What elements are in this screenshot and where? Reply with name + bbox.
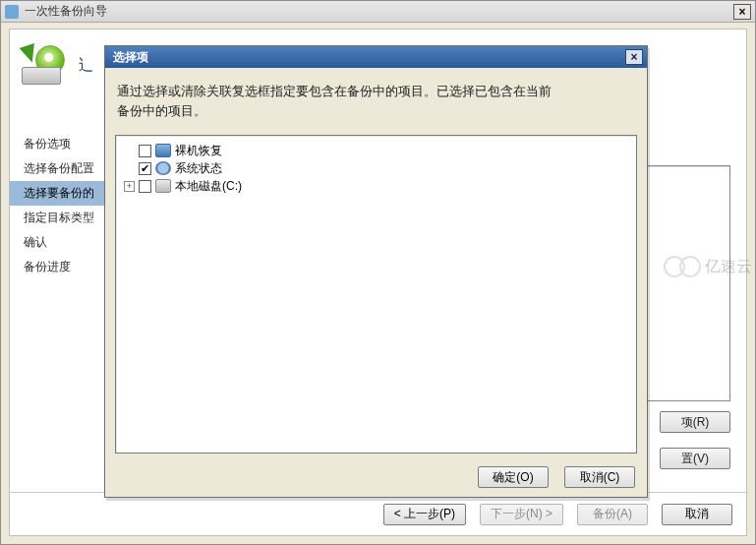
wizard-set-button[interactable]: 置(V) — [660, 448, 730, 469]
dialog-cancel-button[interactable]: 取消(C) — [564, 466, 635, 488]
wizard-step-items[interactable]: 选择要备份的 — [10, 181, 116, 206]
monitor-icon — [155, 144, 171, 157]
dialog-footer: 确定(O) 取消(C) — [105, 457, 647, 497]
drive-icon — [155, 179, 171, 193]
tree-label: 系统状态 — [175, 160, 222, 177]
wizard-step-list: 备份选项 选择备份配置 选择要备份的 指定目标类型 确认 备份进度 — [10, 124, 116, 486]
tree-expander — [124, 163, 135, 174]
wizard-prev-button[interactable]: < 上一步(P) — [383, 504, 466, 525]
wizard-next-button: 下一步(N) > — [480, 504, 563, 525]
select-items-dialog: 选择项 × 通过选择或清除关联复选框指定要包含在备份中的项目。已选择已包含在当前… — [104, 45, 648, 498]
tree-node-system-state[interactable]: ✔ 系统状态 — [120, 159, 632, 177]
dialog-ok-button[interactable]: 确定(O) — [478, 466, 549, 488]
tree-node-bare-recovery[interactable]: 裸机恢复 — [120, 142, 632, 159]
checkbox-local-disk-c[interactable] — [139, 180, 151, 193]
wizard-cancel-button[interactable]: 取消 — [662, 504, 732, 525]
wizard-item-button[interactable]: 项(R) — [660, 411, 730, 433]
wizard-step-config[interactable]: 选择备份配置 — [10, 156, 116, 181]
wizard-step-opt[interactable]: 备份选项 — [10, 132, 116, 156]
dialog-instruction: 通过选择或清除关联复选框指定要包含在备份中的项目。已选择已包含在当前 备份中的项… — [115, 76, 637, 122]
wizard-step-confirm[interactable]: 确认 — [10, 230, 116, 255]
watermark-text: 亿速云 — [705, 257, 752, 277]
dialog-title: 选择项 — [109, 49, 625, 66]
tree-label: 裸机恢复 — [175, 143, 222, 159]
watermark: 亿速云 — [664, 256, 752, 277]
dialog-close-button[interactable]: × — [625, 49, 643, 65]
wizard-step-target[interactable]: 指定目标类型 — [10, 206, 116, 230]
wizard-close-button[interactable]: × — [733, 4, 751, 20]
dialog-instruction-line1: 通过选择或清除关联复选框指定要包含在备份中的项目。已选择已包含在当前 — [117, 84, 552, 98]
dialog-body: 通过选择或清除关联复选框指定要包含在备份中的项目。已选择已包含在当前 备份中的项… — [115, 76, 637, 454]
wizard-step-progress[interactable]: 备份进度 — [10, 255, 116, 279]
wizard-heading: 辶 — [79, 56, 93, 75]
tree-label: 本地磁盘(C:) — [175, 178, 242, 195]
wizard-title-icon — [5, 5, 19, 19]
tree-expander-plus[interactable]: + — [124, 181, 135, 192]
dialog-instruction-line2: 备份中的项目。 — [117, 103, 206, 118]
checkbox-bare-recovery[interactable] — [139, 145, 151, 157]
wizard-footer: < 上一步(P) 下一步(N) > 备份(A) 取消 — [10, 492, 746, 535]
wizard-title: 一次性备份向导 — [25, 3, 733, 20]
wizard-titlebar: 一次性备份向导 × — [1, 1, 755, 23]
gear-icon — [155, 161, 171, 175]
wizard-backup-icon — [22, 45, 67, 85]
tree-expander — [124, 146, 135, 156]
tree-node-local-disk-c[interactable]: + 本地磁盘(C:) — [120, 177, 632, 195]
items-tree[interactable]: 裸机恢复 ✔ 系统状态 + 本地磁盘(C:) — [115, 135, 637, 454]
checkbox-system-state[interactable]: ✔ — [139, 162, 151, 175]
wizard-backup-button: 备份(A) — [577, 504, 648, 525]
dialog-titlebar: 选择项 × — [105, 46, 647, 68]
